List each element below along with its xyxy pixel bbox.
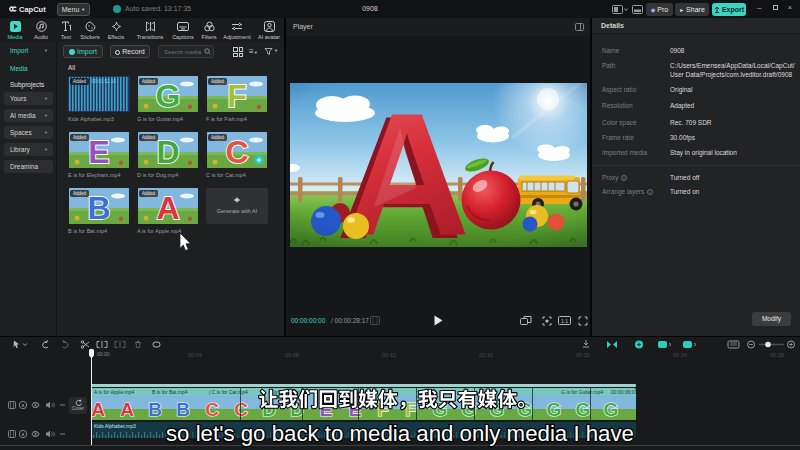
svg-text:B: B [87, 190, 110, 224]
svg-text:F: F [227, 78, 247, 112]
svg-text:so let's go back to media and: so let's go back to media and only media… [166, 422, 634, 446]
svg-text:G: G [156, 78, 181, 112]
svg-text:D: D [156, 134, 179, 168]
svg-text:A: A [156, 190, 179, 224]
svg-text:1:1: 1:1 [561, 318, 568, 324]
svg-text:C: C [225, 134, 248, 168]
svg-text:E: E [88, 134, 109, 168]
